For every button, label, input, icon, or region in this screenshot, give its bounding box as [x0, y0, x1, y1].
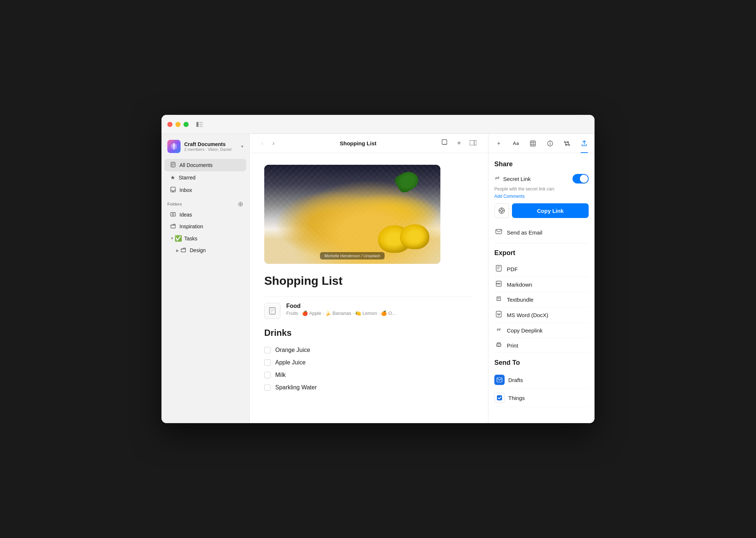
checklist-item-apple-juice[interactable]: Apple Juice [264, 356, 473, 369]
export-pdf-item[interactable]: PDF [494, 261, 589, 277]
sidebar-item-starred[interactable]: ★ Starred [164, 171, 246, 184]
forward-button[interactable]: › [269, 138, 277, 149]
checkbox-orange-juice[interactable] [264, 347, 271, 353]
svg-rect-9 [171, 212, 175, 216]
sidebar-item-all-documents[interactable]: All Documents [164, 159, 246, 171]
secret-link-icon [494, 175, 500, 182]
pdf-icon [494, 265, 503, 273]
food-text: Food Fruits · 🍎 Apple · 🍌 Bananas · 🍋 Le… [286, 303, 396, 316]
msword-icon [494, 311, 503, 319]
folders-section-label: Folders ⊕ [161, 196, 249, 209]
things-icon [494, 393, 505, 403]
link-settings-button[interactable] [494, 203, 509, 218]
all-documents-label: All Documents [179, 162, 212, 168]
drinks-heading: Drinks [264, 328, 473, 338]
svg-point-28 [501, 210, 503, 212]
add-new-button[interactable]: + [454, 138, 464, 149]
checklist-item-sparkling-water[interactable]: Sparkling Water [264, 381, 473, 394]
svg-point-38 [500, 345, 501, 345]
secret-link-row: Secret Link [494, 174, 589, 183]
svg-rect-2 [199, 124, 203, 125]
export-textbundle-item[interactable]: Textbundle [494, 292, 589, 307]
svg-rect-0 [196, 122, 199, 127]
export-print-item[interactable]: Print [494, 338, 589, 353]
checkbox-apple-juice[interactable] [264, 359, 271, 366]
sidebar-item-tasks[interactable]: ▼ ✅ Tasks [164, 232, 246, 244]
toolbar-actions: + [439, 138, 479, 149]
svg-rect-1 [199, 122, 203, 123]
share-section-title: Share [494, 160, 589, 168]
send-to-drafts-item[interactable]: Drafts [494, 371, 589, 389]
export-msword-item[interactable]: MS Word (DocX) [494, 307, 589, 323]
things-label: Things [508, 395, 525, 401]
ideas-folder-icon [170, 211, 176, 218]
minimize-button[interactable] [175, 122, 181, 127]
checklist-label-orange-juice: Orange Juice [275, 347, 310, 353]
add-comments-link[interactable]: Add Comments [494, 194, 589, 199]
svg-rect-34 [496, 265, 501, 271]
svg-rect-39 [497, 378, 502, 382]
export-deeplink-item[interactable]: Copy Deeplink [494, 323, 589, 338]
secret-link-label-row: Secret Link [494, 175, 531, 182]
send-as-email-label: Send as Email [507, 229, 542, 236]
panel-table-button[interactable] [526, 137, 539, 150]
send-to-things-item[interactable]: Things [494, 389, 589, 407]
sidebar-item-ideas[interactable]: Ideas [164, 209, 246, 221]
deeplink-label: Copy Deeplink [507, 327, 543, 334]
photo-credit: Michelle Henderson / Unsplash [320, 252, 385, 259]
pdf-label: PDF [507, 266, 518, 272]
panel-share-button[interactable] [578, 137, 591, 150]
workspace-members: 2 members · Viktor, Daniel [184, 147, 241, 152]
edit-button[interactable] [439, 138, 451, 149]
checklist-label-milk: Milk [275, 372, 286, 378]
svg-rect-14 [269, 308, 275, 314]
panel-info-button[interactable] [544, 137, 557, 150]
copy-link-button[interactable]: Copy Link [512, 203, 589, 218]
checkbox-milk[interactable] [264, 372, 271, 378]
maximize-button[interactable] [183, 122, 189, 127]
svg-rect-41 [497, 395, 502, 400]
secret-link-toggle[interactable] [573, 174, 589, 183]
send-email-icon [494, 229, 503, 236]
copy-link-row: Copy Link [494, 203, 589, 218]
sidebar-item-inspiration[interactable]: Inspiration [164, 221, 246, 232]
svg-rect-19 [530, 141, 535, 146]
food-icon [264, 303, 280, 319]
checklist-label-apple-juice: Apple Juice [275, 359, 306, 366]
svg-rect-3 [199, 126, 203, 127]
panel-toolbar: + Aa [488, 134, 595, 153]
back-button[interactable]: ‹ [258, 138, 266, 149]
checklist-item-orange-juice[interactable]: Orange Juice [264, 344, 473, 356]
checkbox-sparkling-water[interactable] [264, 384, 271, 391]
add-folder-button[interactable]: ⊕ [238, 201, 243, 207]
hero-lemon-2 [400, 224, 429, 249]
content-pane: ‹ › Shopping List + [250, 134, 488, 423]
design-label: Design [190, 247, 206, 253]
print-icon [494, 342, 503, 349]
workspace-header[interactable]: Craft Documents 2 members · Viktor, Dani… [161, 140, 249, 159]
secret-link-label: Secret Link [503, 176, 531, 182]
close-button[interactable] [167, 122, 172, 127]
print-label: Print [507, 342, 518, 349]
tasks-folder-icon: ✅ [175, 235, 182, 242]
sidebar-right-toggle-button[interactable] [467, 138, 479, 149]
document-title-bar: Shopping List [280, 140, 436, 146]
drafts-icon [494, 375, 505, 385]
panel-command-button[interactable] [560, 137, 574, 150]
panel-text-format-button[interactable]: Aa [509, 137, 523, 150]
food-block: Food Fruits · 🍎 Apple · 🍌 Bananas · 🍋 Le… [264, 303, 473, 319]
send-as-email-row[interactable]: Send as Email [494, 225, 589, 243]
workspace-logo [167, 140, 181, 153]
checklist-item-milk[interactable]: Milk [264, 369, 473, 381]
design-folder-icon [181, 247, 186, 254]
all-documents-icon [170, 162, 176, 168]
panel-add-button[interactable]: + [492, 137, 505, 150]
sidebar-item-inbox[interactable]: Inbox [164, 184, 246, 196]
hero-image: Michelle Henderson / Unsplash [264, 165, 440, 264]
starred-label: Starred [179, 175, 196, 181]
food-title: Food [286, 303, 396, 309]
sidebar-toggle-button[interactable] [195, 120, 205, 128]
sidebar-item-design[interactable]: ▶ Design [164, 244, 246, 256]
document-heading: Shopping List [264, 274, 473, 288]
export-markdown-item[interactable]: Markdown [494, 277, 589, 292]
